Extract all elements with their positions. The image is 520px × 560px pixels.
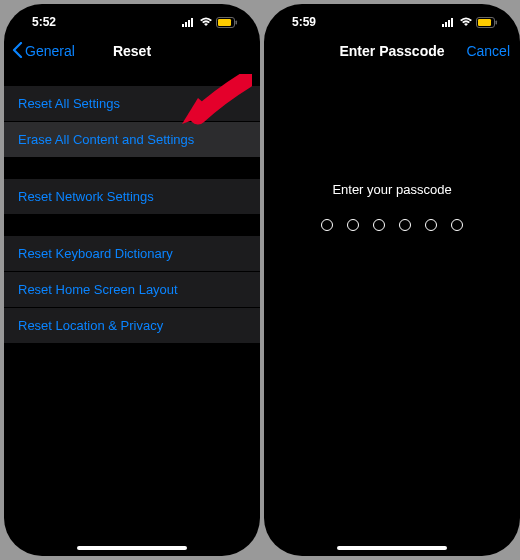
- nav-bar: General Reset: [4, 34, 260, 72]
- passcode-dots[interactable]: [264, 219, 520, 231]
- status-indicators: [182, 17, 238, 28]
- svg-rect-7: [442, 24, 444, 27]
- status-bar: 5:59: [264, 4, 520, 34]
- svg-rect-2: [188, 20, 190, 27]
- nav-bar: Enter Passcode Cancel: [264, 34, 520, 72]
- cellular-signal-icon: [442, 17, 456, 27]
- reset-home-screen-layout[interactable]: Reset Home Screen Layout: [4, 272, 260, 308]
- reset-network-settings[interactable]: Reset Network Settings: [4, 179, 260, 214]
- svg-rect-9: [448, 20, 450, 27]
- erase-all-content-and-settings[interactable]: Erase All Content and Settings: [4, 122, 260, 157]
- status-time: 5:59: [292, 15, 316, 29]
- passcode-prompt: Enter your passcode: [264, 182, 520, 197]
- reset-all-settings[interactable]: Reset All Settings: [4, 86, 260, 122]
- passcode-entry: Enter your passcode: [264, 182, 520, 231]
- passcode-dot: [347, 219, 359, 231]
- battery-icon: [216, 17, 238, 28]
- cancel-button[interactable]: Cancel: [466, 43, 510, 59]
- passcode-dot: [451, 219, 463, 231]
- home-indicator[interactable]: [337, 546, 447, 550]
- chevron-left-icon: [12, 42, 23, 61]
- passcode-dot: [373, 219, 385, 231]
- reset-group-3: Reset Keyboard Dictionary Reset Home Scr…: [4, 236, 260, 343]
- svg-rect-0: [182, 24, 184, 27]
- reset-keyboard-dictionary[interactable]: Reset Keyboard Dictionary: [4, 236, 260, 272]
- back-button[interactable]: General: [12, 42, 75, 61]
- wifi-icon: [459, 17, 473, 27]
- reset-options-list: Reset All Settings Erase All Content and…: [4, 86, 260, 343]
- svg-rect-3: [191, 18, 193, 27]
- home-indicator[interactable]: [77, 546, 187, 550]
- reset-group-1: Reset All Settings Erase All Content and…: [4, 86, 260, 157]
- svg-rect-5: [218, 19, 231, 26]
- passcode-dot: [321, 219, 333, 231]
- svg-rect-8: [445, 22, 447, 27]
- back-label: General: [25, 43, 75, 59]
- reset-location-privacy[interactable]: Reset Location & Privacy: [4, 308, 260, 343]
- cellular-signal-icon: [182, 17, 196, 27]
- passcode-dot: [399, 219, 411, 231]
- battery-icon: [476, 17, 498, 28]
- phone-reset-screen: 5:52 General Reset Reset All Settings Er…: [4, 4, 260, 556]
- svg-rect-1: [185, 22, 187, 27]
- status-indicators: [442, 17, 498, 28]
- svg-rect-6: [236, 20, 238, 24]
- reset-group-2: Reset Network Settings: [4, 179, 260, 214]
- wifi-icon: [199, 17, 213, 27]
- passcode-dot: [425, 219, 437, 231]
- svg-rect-13: [496, 20, 498, 24]
- status-bar: 5:52: [4, 4, 260, 34]
- phone-passcode-screen: 5:59 Enter Passcode Cancel Enter your pa…: [264, 4, 520, 556]
- status-time: 5:52: [32, 15, 56, 29]
- svg-rect-12: [478, 19, 491, 26]
- svg-rect-10: [451, 18, 453, 27]
